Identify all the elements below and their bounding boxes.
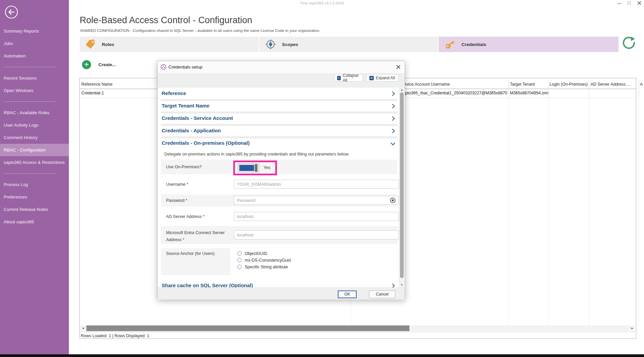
sidebar-item-open-windows[interactable]: Open Windows	[0, 84, 69, 97]
scroll-down-arrow[interactable]: ▼	[399, 283, 404, 287]
hscroll-left-arrow[interactable]: ◄	[80, 325, 86, 331]
dialog-close-button[interactable]	[395, 64, 401, 70]
section-target-tenant-label: Target Tenant Name	[162, 103, 209, 108]
scroll-thumb[interactable]	[400, 92, 404, 278]
radio-option-specific-string[interactable]: Specific String attribute	[237, 265, 288, 269]
minimize-icon	[617, 3, 621, 4]
annotation-highlight-box	[233, 161, 277, 175]
password-row: Password *	[161, 194, 397, 207]
sidebar-item-rbac-available-roles[interactable]: RBAC - Available Roles	[0, 106, 69, 119]
page-title: Role-Based Access Control - Configuratio…	[80, 15, 252, 26]
sidebar-item-jobs[interactable]: Jobs	[0, 37, 69, 50]
column-header-login-on-premises[interactable]: Login (On-Premises)	[550, 82, 588, 87]
column-separator	[589, 80, 589, 98]
password-input[interactable]	[234, 196, 399, 205]
sidebar-item-comment-history[interactable]: Comment History	[0, 131, 69, 144]
source-anchor-label-cell: Source Anchor (for Users)	[161, 248, 231, 275]
scope-icon	[265, 38, 277, 50]
section-on-premises-label: Credentials - On-premises (Optional)	[162, 140, 250, 146]
sidebar-item-rbac-configuration[interactable]: RBAC - Configuration	[0, 144, 69, 156]
section-share-cache[interactable]: Share cache on SQL Server (Optional)	[161, 280, 397, 287]
entra-connect-label: Microsoft Entra Connect Server Address *	[166, 229, 225, 243]
radio-icon[interactable]	[237, 251, 242, 256]
cell-target-tenant[interactable]: M365x88704954.onm	[510, 91, 548, 95]
cell-service-account-username[interactable]: sapio365_rbac_Credential1_250403203227@M…	[401, 91, 508, 95]
column-separator	[639, 80, 639, 98]
tab-credentials[interactable]: Credentials	[439, 37, 618, 52]
dialog-toolbar: − Collapse All + Expand All	[158, 73, 405, 88]
tab-scopes-label: Scopes	[282, 42, 298, 47]
sidebar-item-current-release-notes[interactable]: Current Release Notes	[0, 203, 69, 216]
maximize-button[interactable]	[625, 0, 634, 6]
sidebar-item-process-log[interactable]: Process Log	[0, 178, 69, 191]
section-application-label: Credentials - Application	[162, 128, 221, 133]
plus-icon: +	[82, 60, 91, 69]
minimize-button[interactable]	[615, 0, 624, 6]
tab-roles-label: Roles	[102, 42, 114, 47]
page-subtitle: SHARED CONFIGURATION - Configuration sha…	[80, 29, 320, 33]
username-label: Username *	[166, 182, 188, 187]
refresh-button[interactable]	[621, 35, 637, 51]
column-separator	[549, 98, 549, 325]
section-credentials-on-premises[interactable]: Credentials - On-premises (Optional)	[161, 138, 397, 149]
scroll-up-arrow[interactable]: ▲	[399, 88, 404, 92]
column-header-next[interactable]: A	[640, 82, 643, 87]
expand-all-button[interactable]: + Expand All	[366, 74, 399, 82]
sidebar-item-recent-sessions[interactable]: Recent Sessions	[0, 72, 69, 84]
section-credentials-application[interactable]: Credentials - Application	[161, 126, 397, 136]
show-password-eye-icon[interactable]	[390, 197, 396, 203]
section-target-tenant-name[interactable]: Target Tenant Name	[161, 101, 397, 111]
password-label: Password *	[166, 198, 187, 203]
column-header-target-tenant[interactable]: Target Tenant	[510, 82, 535, 87]
taskbar-strip	[0, 354, 644, 357]
tab-roles[interactable]: Roles	[80, 37, 258, 52]
chevron-right-icon	[391, 104, 395, 108]
entra-connect-input[interactable]	[234, 230, 399, 239]
section-service-account-label: Credentials - Service Account	[162, 115, 233, 121]
chevron-right-icon	[391, 129, 395, 133]
ad-server-address-label: AD Server Address *	[166, 214, 205, 219]
section-reference-label: Reference	[162, 90, 186, 96]
radio-option-ms-ds-consistencyguid[interactable]: ms-DS-ConsistencyGuid	[237, 258, 291, 263]
username-input[interactable]	[234, 180, 399, 189]
radio-icon[interactable]	[237, 258, 242, 262]
sidebar-item-automation[interactable]: Automation	[0, 50, 69, 62]
dialog-scrollbar[interactable]: ▲ ▼	[399, 88, 404, 287]
sidebar-item-about-sapio365[interactable]: About sapio365	[0, 216, 69, 228]
radio-option-objectguid[interactable]: ObjectGUID	[237, 251, 267, 256]
back-button[interactable]	[4, 5, 18, 19]
tab-scopes[interactable]: Scopes	[259, 37, 438, 52]
column-header-service-account-username[interactable]: Service Account Username	[400, 82, 450, 87]
collapse-all-button[interactable]: − Collapse All	[334, 74, 363, 82]
section-reference[interactable]: Reference	[161, 89, 397, 99]
column-separator	[549, 80, 549, 98]
radio-label: Specific String attribute	[245, 265, 288, 269]
ad-server-address-input[interactable]	[234, 212, 399, 221]
column-separator	[589, 98, 589, 325]
chevron-down-icon	[391, 142, 395, 146]
expand-all-label: Expand All	[376, 76, 395, 80]
status-bar: Rows Loaded: 1 | Rows Displayed: 1	[80, 332, 636, 339]
ad-server-address-row: AD Server Address *	[161, 211, 397, 223]
back-arrow-icon	[4, 5, 18, 19]
sidebar-item-user-activity-logs[interactable]: User Activity Logs	[0, 119, 69, 131]
chevron-right-icon	[391, 116, 395, 121]
cancel-button[interactable]: Cancel	[369, 291, 395, 298]
column-header-reference-name[interactable]: Reference Name	[81, 82, 113, 87]
sidebar-item-summary-reports[interactable]: Summary Reports	[0, 25, 69, 37]
ok-button[interactable]: OK	[338, 291, 357, 298]
hscroll-right-arrow[interactable]: ►	[630, 325, 635, 331]
create-button[interactable]: + Create...	[82, 60, 116, 69]
create-label: Create...	[98, 62, 116, 67]
close-button[interactable]	[635, 0, 644, 6]
section-credentials-service-account[interactable]: Credentials - Service Account	[161, 114, 397, 124]
sidebar-item-sapio365-access[interactable]: sapio365 Access & Restrictions	[0, 156, 69, 169]
hscroll-thumb[interactable]	[86, 325, 409, 331]
radio-label: ObjectGUID	[245, 251, 267, 256]
radio-icon[interactable]	[237, 265, 242, 269]
column-header-ad-server-address[interactable]: AD Server Address ...	[591, 82, 630, 87]
tab-credentials-label: Credentials	[461, 42, 486, 47]
sidebar-item-preferences[interactable]: Preferences	[0, 191, 69, 203]
entra-connect-row: Microsoft Entra Connect Server Address *	[161, 226, 397, 244]
dialog-titlebar: Credentials setup	[158, 61, 405, 73]
